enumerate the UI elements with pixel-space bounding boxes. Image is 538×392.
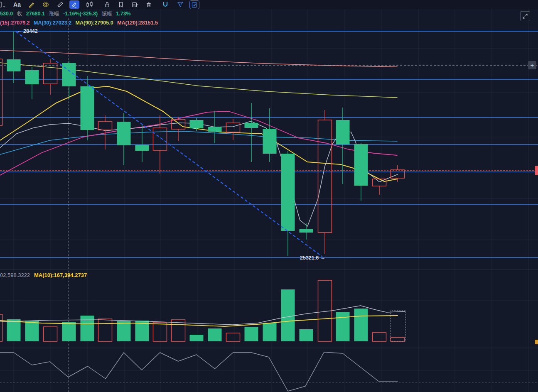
bookmark-tool-icon[interactable] bbox=[117, 0, 125, 9]
filter-tool-icon[interactable] bbox=[176, 0, 184, 9]
draw-tool-icon[interactable] bbox=[69, 0, 79, 9]
pencil-tool-icon[interactable] bbox=[28, 0, 35, 9]
crop-tool-icon[interactable] bbox=[0, 0, 7, 9]
drawing-toolbar: Aa bbox=[0, 0, 538, 9]
volume-indicator-row: 02,598.3222 MA(10):167,394.2737 bbox=[0, 272, 89, 278]
text-tool-icon[interactable]: Aa bbox=[12, 0, 22, 9]
ma120-value: MA(120):28151.5 bbox=[117, 20, 158, 26]
trading-app: ← 2844225321.6 → Aa bbox=[0, 0, 538, 392]
ma90-value: MA(90):27905.0 bbox=[76, 20, 113, 26]
magnet-tool-icon[interactable] bbox=[161, 0, 170, 9]
high-price-label: ← 28442 bbox=[17, 28, 38, 34]
change-label: 涨幅 bbox=[49, 11, 59, 17]
ma-indicator-row: (15):27079.2 MA(30):27023.2 MA(90):27905… bbox=[0, 20, 160, 26]
price-info-row: 530.0 收 27680.1 涨幅 -1.16%(-325.8) 振幅 1.7… bbox=[0, 10, 133, 17]
pattern-tool-icon[interactable] bbox=[85, 0, 94, 9]
lock-tool-icon[interactable] bbox=[103, 0, 111, 9]
volume-value-tag bbox=[535, 340, 538, 344]
chart-canvas[interactable]: ← 2844225321.6 → bbox=[0, 0, 538, 392]
close-label: 收 bbox=[17, 11, 22, 17]
amplitude-value: 1.73% bbox=[116, 11, 130, 17]
fullscreen-button[interactable] bbox=[520, 11, 530, 21]
note-tool-icon[interactable] bbox=[131, 0, 139, 9]
ruler-tool-icon[interactable] bbox=[57, 0, 64, 9]
current-price-tag bbox=[535, 166, 538, 175]
add-alert-button[interactable]: + bbox=[528, 61, 536, 69]
edit-tool-icon[interactable] bbox=[189, 0, 199, 9]
trash-tool-icon[interactable] bbox=[145, 0, 152, 9]
ma15-value: (15):27079.2 bbox=[0, 20, 30, 26]
change-value: -1.16%(-325.8) bbox=[63, 11, 98, 17]
close-value: 27680.1 bbox=[26, 11, 45, 17]
shapes-tool-icon[interactable] bbox=[42, 0, 49, 9]
volume-value: 02,598.3222 bbox=[0, 272, 30, 278]
ma30-value: MA(30):27023.2 bbox=[34, 20, 71, 26]
volume-ma-value: MA(10):167,394.2737 bbox=[34, 272, 87, 278]
open-value: 530.0 bbox=[0, 11, 13, 17]
low-price-label: 25321.6 → bbox=[300, 255, 325, 261]
amplitude-label: 振幅 bbox=[102, 11, 112, 17]
fullscreen-icon bbox=[522, 13, 528, 19]
